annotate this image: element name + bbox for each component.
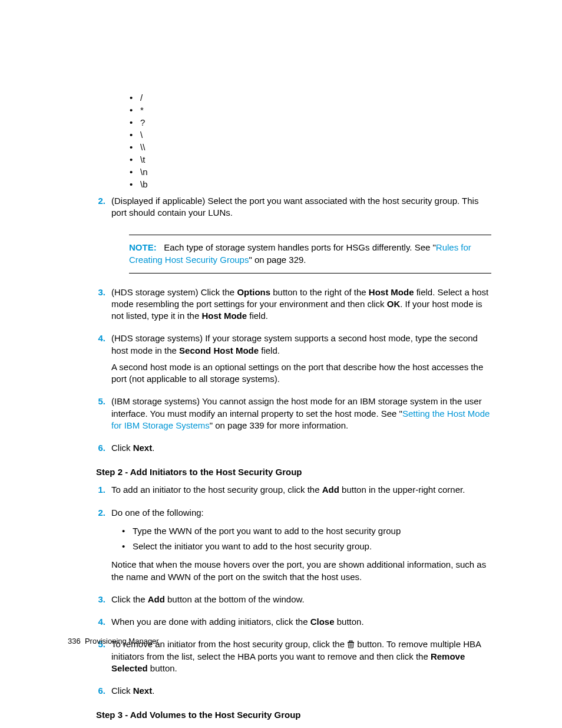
item-body: Click the Add button at the bottom of th… <box>111 594 491 610</box>
item-number: 2. <box>96 507 111 588</box>
item-body: (HDS storage systems) If your storage sy… <box>111 332 491 390</box>
trash-icon <box>347 640 355 648</box>
item-number: 6. <box>96 685 111 701</box>
note-box: NOTE: Each type of storage system handle… <box>129 235 491 274</box>
item-body: To add an initiator to the host security… <box>111 484 491 500</box>
item-number: 1. <box>96 484 111 500</box>
page-number: 336 <box>68 637 81 645</box>
sub-list: Type the WWN of the port you want to add… <box>122 523 491 555</box>
item-body: (HDS storage system) Click the Options b… <box>111 286 491 327</box>
list-item: 4.When you are done with adding initiato… <box>68 616 491 633</box>
item-body: When you are done with adding initiators… <box>111 616 491 633</box>
char-item: \t <box>130 153 491 166</box>
item-body: Click Next. <box>111 442 491 459</box>
list-item: 2.(Displayed if applicable) Select the p… <box>68 195 491 224</box>
list-item: 6.Click Next. <box>68 442 491 459</box>
item-body: Do one of the following:Type the WWN of … <box>111 507 491 588</box>
item-number: 4. <box>96 616 111 633</box>
item-body: To remove an initiator from the host sec… <box>111 638 491 679</box>
step3-heading: Step 3 - Add Volumes to the Host Securit… <box>96 710 491 720</box>
link[interactable]: Rules for Creating Host Security Groups <box>129 242 471 265</box>
footer-section: Provisioning Manager <box>85 637 159 645</box>
char-item: ? <box>130 116 491 129</box>
sub-item: Type the WWN of the port you want to add… <box>122 523 491 539</box>
list-item: 6.Click Next. <box>68 685 491 701</box>
list-item: 3.(HDS storage system) Click the Options… <box>68 286 491 327</box>
item-number: 6. <box>96 442 111 459</box>
list-item: 5.(IBM storage systems) You cannot assig… <box>68 396 491 436</box>
item-number: 4. <box>96 332 111 390</box>
char-item: \\ <box>130 141 491 153</box>
char-item: / <box>130 91 491 104</box>
list-item: 3.Click the Add button at the bottom of … <box>68 594 491 610</box>
char-item: \n <box>130 166 491 178</box>
char-item: \ <box>130 129 491 141</box>
char-item: \b <box>130 178 491 190</box>
page-footer: 336 Provisioning Manager <box>68 637 159 645</box>
item-body: (IBM storage systems) You cannot assign … <box>111 396 491 436</box>
step2-heading: Step 2 - Add Initiators to the Host Secu… <box>96 467 491 477</box>
note-label: NOTE: <box>129 242 157 252</box>
item-body: (Displayed if applicable) Select the por… <box>111 195 491 224</box>
item-number: 3. <box>96 286 111 327</box>
link[interactable]: Setting the Host Mode for IBM Storage Sy… <box>111 409 490 430</box>
svg-rect-1 <box>349 641 352 642</box>
char-item: * <box>130 104 491 116</box>
list-item: 1.To add an initiator to the host securi… <box>68 484 491 500</box>
item-number: 3. <box>96 594 111 610</box>
list-item: 2.Do one of the following:Type the WWN o… <box>68 507 491 588</box>
item-number: 2. <box>96 195 111 224</box>
item-number: 5. <box>96 396 111 436</box>
list-item: 4.(HDS storage systems) If your storage … <box>68 332 491 390</box>
item-body: Click Next. <box>111 685 491 701</box>
sub-item: Select the initiator you want to add to … <box>122 539 491 554</box>
character-list: /*?\\\\t\n\b <box>130 91 491 190</box>
